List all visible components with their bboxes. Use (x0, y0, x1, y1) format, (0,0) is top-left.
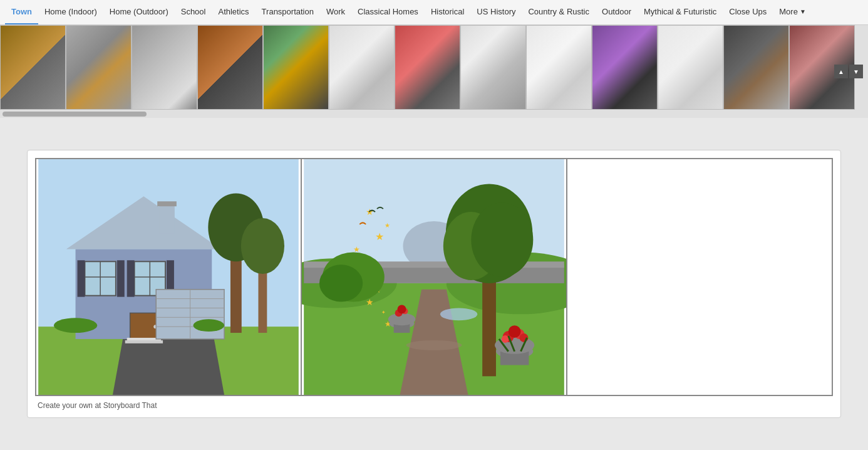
svg-point-60 (319, 264, 363, 301)
svg-point-72 (509, 325, 521, 338)
thumbnail-5[interactable] (263, 25, 329, 110)
nav-item-more[interactable]: More ▼ (773, 0, 812, 25)
nav-item-country-rustic[interactable]: Country & Rustic (522, 0, 596, 25)
main-content: ★ ★ ★ ★ ★ ✦ ★ ★ ★ ✦ ★ ★ (0, 118, 868, 450)
panel-3[interactable] (567, 158, 833, 396)
scroll-indicator (0, 110, 868, 118)
storyboard-panels: ★ ★ ★ ★ ★ ✦ ★ ★ ★ ✦ ★ ★ (35, 158, 833, 396)
thumbnail-9[interactable] (526, 25, 592, 110)
svg-rect-5 (159, 202, 175, 233)
scroll-down-button[interactable]: ▼ (849, 65, 863, 78)
scroll-up-button[interactable]: ▲ (834, 65, 848, 78)
thumbnail-2[interactable] (66, 25, 132, 110)
svg-point-42 (440, 308, 477, 320)
scroll-bar[interactable] (3, 112, 147, 117)
svg-rect-10 (78, 260, 85, 296)
panel-1[interactable] (35, 158, 302, 396)
svg-rect-11 (117, 260, 125, 296)
thumbnail-strip: ▲ ▼ (0, 25, 868, 118)
thumbnail-12[interactable] (723, 25, 789, 110)
watermark: Create your own at Storyboard That (35, 401, 833, 410)
svg-text:✦: ✦ (381, 310, 386, 315)
nav-item-athletics[interactable]: Athletics (212, 0, 255, 25)
more-label: More (779, 7, 798, 16)
thumbnail-7[interactable] (395, 25, 460, 110)
nav-item-town[interactable]: Town (5, 0, 38, 25)
nav-item-mythical-futuristic[interactable]: Mythical & Futuristic (638, 0, 723, 25)
svg-point-32 (194, 319, 224, 332)
svg-text:★: ★ (385, 222, 390, 229)
nav-bar: Town Home (Indoor) Home (Outdoor) School… (0, 0, 868, 25)
thumbnail-11[interactable] (658, 25, 723, 110)
svg-point-41 (406, 340, 462, 350)
thumbnail-10[interactable] (592, 25, 658, 110)
nav-item-close-ups[interactable]: Close Ups (723, 0, 773, 25)
svg-point-31 (54, 318, 97, 333)
nav-item-classical-homes[interactable]: Classical Homes (351, 0, 425, 25)
svg-rect-15 (127, 260, 135, 296)
thumbnail-1[interactable] (0, 25, 66, 110)
nav-item-outdoor[interactable]: Outdoor (596, 0, 638, 25)
thumbnail-4[interactable] (197, 25, 263, 110)
thumbnail-8[interactable] (460, 25, 526, 110)
nav-item-school[interactable]: School (175, 0, 212, 25)
nav-item-home-indoor[interactable]: Home (Indoor) (38, 0, 103, 25)
panel-2[interactable]: ★ ★ ★ ★ ★ ✦ ★ ★ ★ ✦ ★ ★ (302, 158, 567, 396)
nav-item-home-outdoor[interactable]: Home (Outdoor) (103, 0, 175, 25)
svg-rect-6 (157, 201, 177, 206)
svg-point-30 (241, 218, 284, 274)
nav-item-historical[interactable]: Historical (425, 0, 470, 25)
nav-item-work[interactable]: Work (320, 0, 351, 25)
arrow-controls: ▲ ▼ (834, 65, 863, 78)
nav-item-transportation[interactable]: Transportation (256, 0, 320, 25)
thumbnail-6[interactable] (329, 25, 395, 110)
more-arrow-icon: ▼ (800, 8, 806, 15)
svg-point-66 (398, 305, 406, 314)
svg-rect-20 (125, 340, 163, 343)
thumbnails-container[interactable] (0, 25, 868, 110)
nav-item-us-history[interactable]: US History (470, 0, 522, 25)
svg-text:★: ★ (375, 231, 384, 242)
thumbnail-3[interactable] (132, 25, 197, 110)
svg-point-46 (471, 202, 533, 277)
svg-text:★: ★ (366, 207, 374, 217)
storyboard-container: ★ ★ ★ ★ ★ ✦ ★ ★ ★ ✦ ★ ★ (27, 150, 841, 418)
